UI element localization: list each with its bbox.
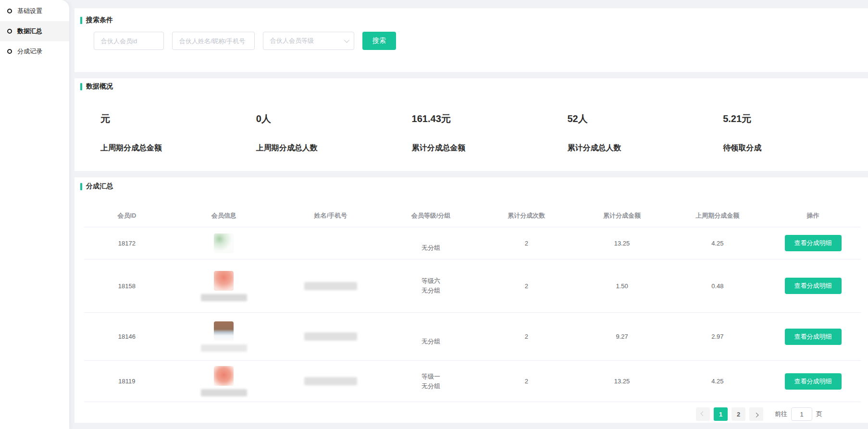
member-level: [383, 233, 479, 243]
blurred-name-phone: [304, 282, 357, 290]
share-count: 2: [479, 378, 574, 385]
stat-value: 52人: [567, 112, 703, 125]
table-section-title: 分成汇总: [80, 182, 861, 191]
select-placeholder: 合伙人会员等级: [270, 37, 314, 45]
table-body: 18172 无分组 2 13.25 4.25 查看分: [84, 227, 861, 402]
member-id: 18119: [84, 378, 170, 385]
stat-label: 累计分成总金额: [412, 143, 547, 153]
stat-last-period-amount: 元 上周期分成总金额: [80, 112, 236, 153]
stat-label: 待领取分成: [723, 143, 858, 153]
sidebar-item-data-summary[interactable]: 数据汇总: [0, 21, 69, 41]
chevron-down-icon: [344, 37, 349, 43]
next-page-button[interactable]: [749, 407, 763, 421]
stat-label: 累计分成总人数: [567, 143, 703, 153]
stat-total-people: 52人 累计分成总人数: [547, 112, 703, 153]
last-period-amount: 0.48: [670, 282, 765, 290]
sidebar-item-basic-settings[interactable]: 基础设置: [0, 1, 69, 21]
col-header-last-period: 上周期分成金额: [670, 211, 765, 220]
member-level: 等级六: [383, 276, 479, 286]
last-period-amount: 2.97: [670, 333, 765, 340]
view-detail-button[interactable]: 查看分成明细: [785, 235, 842, 251]
last-period-amount: 4.25: [670, 378, 765, 385]
page-button-1[interactable]: 1: [714, 407, 728, 421]
sidebar-item-label: 数据汇总: [17, 27, 42, 36]
view-detail-button[interactable]: 查看分成明细: [785, 278, 842, 294]
col-header-member-info: 会员信息: [170, 211, 278, 220]
sidebar-item-label: 分成记录: [17, 47, 42, 56]
radio-circle-icon: [7, 9, 12, 13]
sidebar-item-label: 基础设置: [17, 7, 42, 15]
blurred-avatar: [214, 321, 234, 341]
col-header-share-total: 累计分成金额: [574, 211, 670, 220]
section-accent-bar: [80, 83, 82, 90]
section-accent-bar: [80, 183, 82, 190]
chevron-right-icon: [754, 412, 759, 417]
member-group: 无分组: [383, 243, 479, 253]
blurred-avatar: [214, 366, 234, 386]
col-header-name-phone: 姓名/手机号: [278, 211, 383, 220]
search-form: 合伙人会员等级 搜索: [94, 32, 858, 50]
share-count: 2: [479, 240, 574, 247]
name-phone-cell: [278, 332, 383, 341]
stat-value: 5.21元: [723, 112, 858, 125]
name-phone-cell: [278, 282, 383, 290]
chevron-left-icon: [701, 411, 706, 416]
blurred-avatar: [214, 233, 234, 253]
member-level: [383, 327, 479, 337]
share-total: 13.25: [574, 378, 670, 385]
goto-page: 前往 页: [775, 407, 822, 421]
col-header-share-count: 累计分成次数: [479, 211, 574, 220]
overview-panel: 数据概况 元 上周期分成总金额 0人 上周期分成总人数 161.43元 累计分成…: [74, 78, 868, 171]
member-info: [170, 366, 278, 396]
search-section-title: 搜索条件: [80, 16, 858, 25]
prev-page-button[interactable]: [696, 407, 710, 421]
share-total: 9.27: [574, 333, 670, 340]
partner-name-input[interactable]: [172, 32, 255, 50]
view-detail-button[interactable]: 查看分成明细: [785, 329, 842, 345]
search-panel: 搜索条件 合伙人会员等级 搜索: [74, 8, 868, 72]
radio-circle-icon: [7, 49, 12, 54]
page-button-2[interactable]: 2: [732, 407, 745, 421]
stat-label: 上周期分成总金额: [100, 143, 236, 153]
member-group: 无分组: [383, 337, 479, 346]
stats-row: 元 上周期分成总金额 0人 上周期分成总人数 161.43元 累计分成总金额 5…: [80, 112, 858, 153]
section-title-text: 搜索条件: [86, 16, 113, 25]
blurred-avatar: [214, 271, 234, 291]
table-row: 18172 无分组 2 13.25 4.25 查看分: [84, 227, 861, 259]
partner-level-select[interactable]: 合伙人会员等级: [263, 32, 354, 50]
blurred-nickname: [201, 389, 247, 396]
view-detail-button[interactable]: 查看分成明细: [785, 373, 842, 390]
table-row: 18146 无分组 2 9.27: [84, 313, 861, 361]
goto-label: 前往: [775, 410, 787, 418]
overview-section-title: 数据概况: [80, 82, 858, 91]
main-content: 搜索条件 合伙人会员等级 搜索 数据概况 元 上周期分成总金额 0人 上周期分成…: [74, 0, 868, 429]
partner-id-input[interactable]: [94, 32, 164, 50]
share-summary-panel: 分成汇总 会员ID 会员信息 姓名/手机号 会员等级/分组 累计分成次数 累计分…: [74, 177, 868, 423]
stat-value: 161.43元: [412, 112, 547, 125]
blurred-nickname: [201, 344, 247, 352]
stat-pending-amount: 5.21元 待领取分成: [703, 112, 858, 153]
stat-label: 上周期分成总人数: [256, 143, 392, 153]
member-info: [170, 233, 278, 253]
member-group: 无分组: [383, 286, 479, 295]
table-row: 18158 等级六 无分组 2 1.50: [84, 259, 861, 313]
name-phone-cell: [278, 377, 383, 385]
col-header-actions: 操作: [765, 211, 861, 220]
search-button[interactable]: 搜索: [362, 32, 396, 50]
pagination: 1 2 前往 页: [80, 404, 861, 424]
sidebar-item-share-records[interactable]: 分成记录: [0, 41, 69, 61]
stat-value: 元: [100, 112, 236, 125]
member-id: 18158: [84, 282, 170, 290]
share-count: 2: [479, 333, 574, 340]
radio-circle-icon: [7, 29, 12, 34]
member-level: 等级一: [383, 372, 479, 381]
stat-total-amount: 161.43元 累计分成总金额: [392, 112, 547, 153]
sidebar: 基础设置 数据汇总 分成记录: [0, 0, 69, 429]
section-accent-bar: [80, 17, 82, 24]
share-count: 2: [479, 282, 574, 290]
goto-page-input[interactable]: [791, 407, 812, 421]
member-id: 18172: [84, 240, 170, 247]
page-unit-label: 页: [816, 410, 822, 418]
member-info: [170, 321, 278, 352]
section-title-text: 数据概况: [86, 82, 113, 91]
